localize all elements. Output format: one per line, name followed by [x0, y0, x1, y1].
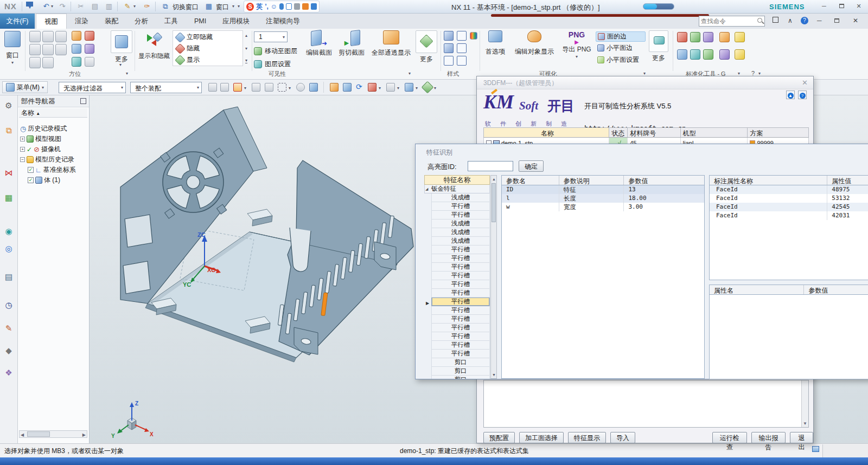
- feature-tree-item[interactable]: ▶剪口: [431, 367, 490, 376]
- feature-tree-item[interactable]: ▶平行槽: [431, 211, 490, 219]
- tab-file[interactable]: 文件(F): [0, 14, 35, 29]
- dfm-pin-button[interactable]: ▲: [786, 91, 795, 99]
- feature-tree-item[interactable]: ▶平行槽: [431, 272, 490, 280]
- parameter-row[interactable]: ID 特征 13: [502, 185, 704, 194]
- menu-button[interactable]: 菜单(M)▾: [2, 81, 48, 93]
- cut-icon[interactable]: ✂: [76, 2, 86, 11]
- zoom-box-icon[interactable]: [72, 31, 81, 41]
- name-column-header[interactable]: 名称 ▲: [19, 108, 87, 118]
- feature-tree-item[interactable]: ▶平行槽: [431, 289, 490, 298]
- show-hide-quick-icon[interactable]: [422, 81, 434, 94]
- std-check-cube-icon[interactable]: [677, 49, 687, 60]
- part-navigator-icon[interactable]: ▦: [4, 193, 14, 203]
- scroll-down-mini-icon[interactable]: ▾: [245, 46, 247, 51]
- assembly-navigator-icon[interactable]: ⧉: [4, 126, 14, 135]
- checkbox-checked-icon[interactable]: ✓: [28, 177, 34, 183]
- dfm-action-button[interactable]: 导入: [610, 432, 635, 443]
- panel-undock-icon[interactable]: [80, 98, 86, 104]
- rotate-point-icon[interactable]: [252, 83, 260, 92]
- feature-tree-item[interactable]: ▶浅成槽: [431, 219, 490, 228]
- show-translucent-button[interactable]: 全部通透显示: [369, 30, 413, 57]
- attribute-row[interactable]: FaceId 42545: [710, 203, 868, 211]
- view-orient-icon-2[interactable]: [42, 31, 54, 42]
- col-attr-value[interactable]: 属性值: [827, 176, 868, 185]
- dfm-result-panel[interactable]: ▼: [483, 380, 809, 428]
- dfm-help-button[interactable]: ?: [798, 91, 807, 99]
- std-layers-icon[interactable]: [690, 32, 700, 42]
- sheet-icon[interactable]: [85, 57, 94, 67]
- pan-view-icon[interactable]: [343, 83, 352, 92]
- document-close-icon[interactable]: ✕: [853, 17, 858, 24]
- rect-cutout-2[interactable]: [123, 261, 150, 294]
- web-browser-icon[interactable]: ◎: [4, 244, 14, 254]
- std-package-icon[interactable]: [703, 49, 713, 60]
- help-icon[interactable]: ?: [801, 17, 808, 24]
- face-edges-button[interactable]: 面的边: [596, 31, 646, 42]
- process-studio-icon[interactable]: ◷: [4, 300, 14, 310]
- col-param-name[interactable]: 参数名: [502, 176, 559, 185]
- wireframe-style-icon[interactable]: [457, 31, 467, 41]
- visibility-more-label[interactable]: 更多: [416, 55, 437, 64]
- feature-tree-item[interactable]: ▶平行槽: [431, 341, 490, 350]
- tree-item-cameras[interactable]: + ✓ ⊘ 摄像机: [20, 144, 88, 154]
- feature-tree-item[interactable]: ▶浅成槽: [431, 237, 490, 246]
- touch-mode-icon[interactable]: ✑: [142, 2, 152, 11]
- expand-gallery-icon[interactable]: ▾: [245, 58, 247, 63]
- feature-tree-item[interactable]: ▶平行槽: [431, 280, 490, 289]
- dfm-action-button[interactable]: 预配置: [483, 432, 515, 443]
- face-id-input[interactable]: [468, 161, 513, 171]
- touch-panel-icon[interactable]: ❖: [4, 368, 14, 378]
- ribbon-tab[interactable]: 分析: [126, 14, 156, 29]
- view-orient-icon-4[interactable]: [29, 44, 41, 55]
- move-to-layer-button[interactable]: 移动至图层: [254, 47, 297, 56]
- facet-style-icon[interactable]: [457, 56, 467, 66]
- col-attr-name[interactable]: 标注属性名称: [710, 176, 827, 185]
- feature-tree-item[interactable]: ▶平行槽: [431, 332, 490, 341]
- group-overflow-icon[interactable]: ▾: [409, 71, 411, 76]
- sogou-grid-icon[interactable]: [311, 3, 317, 10]
- dfm-close-icon[interactable]: ✕: [802, 79, 808, 87]
- col-param-desc[interactable]: 参数说明: [559, 176, 624, 185]
- attribute-row[interactable]: FaceId 48975: [710, 185, 868, 194]
- status-window-icon[interactable]: [812, 446, 819, 452]
- keyboard-icon[interactable]: [286, 3, 292, 10]
- tree-item-datum-csys[interactable]: ✓ ∟ 基准坐标系: [20, 165, 88, 175]
- clam-view-icon[interactable]: [386, 83, 395, 92]
- snap-ball-icon[interactable]: [220, 83, 229, 92]
- showhide-dropdown-icon[interactable]: ▾: [434, 86, 436, 91]
- roles-icon[interactable]: ✎: [4, 324, 14, 333]
- facet-settings-button[interactable]: 小平面设置: [596, 55, 646, 64]
- attribute-row[interactable]: FaceId 53132: [710, 194, 868, 203]
- selection-scope-combo[interactable]: 整个装配▾: [130, 82, 202, 93]
- dfm-action-button[interactable]: 输出报告: [751, 432, 786, 443]
- view-orient-icon-3[interactable]: [55, 31, 67, 42]
- std-blocks-icon-2[interactable]: [735, 49, 745, 60]
- restore-button[interactable]: [834, 2, 848, 11]
- ok-button[interactable]: 确定: [519, 160, 544, 172]
- hand-select-icon[interactable]: [265, 83, 273, 92]
- feature-tree-scrollbar[interactable]: ▲ ▼: [490, 175, 497, 379]
- preferences-button[interactable]: 首选项: [482, 30, 509, 56]
- std-blocks-icon-1[interactable]: [735, 32, 745, 42]
- save-icon[interactable]: ▼: [25, 2, 35, 11]
- col-status[interactable]: 状态: [609, 128, 628, 137]
- ribbon-tab[interactable]: 应用模块: [214, 14, 258, 29]
- parameter-row[interactable]: w 宽度 3.00: [502, 203, 704, 211]
- feature-tree-item[interactable]: ▶浅成槽: [431, 193, 490, 202]
- show-button[interactable]: 显示: [176, 55, 200, 64]
- window-menu-icon[interactable]: ▦: [204, 2, 214, 11]
- zoom-window-icon[interactable]: [330, 83, 339, 92]
- format-painter-icon[interactable]: ✎: [123, 2, 132, 11]
- ime-toolbar[interactable]: S 英 ’, ☺: [244, 1, 320, 12]
- col-machine[interactable]: 机型: [681, 128, 748, 137]
- collapse-icon[interactable]: −: [20, 157, 25, 162]
- group-overflow-icon[interactable]: ▾: [643, 71, 646, 76]
- command-finder[interactable]: [699, 16, 765, 27]
- tree-item-body[interactable]: ✓ 体 (1): [20, 175, 88, 185]
- minimize-ribbon-icon[interactable]: ∧: [788, 17, 793, 24]
- feature-tree-item[interactable]: ▶平行槽: [431, 306, 490, 315]
- std-clean-icon[interactable]: [690, 49, 700, 60]
- scroll-thumb[interactable]: [492, 183, 496, 222]
- ribbon-tab[interactable]: 工具: [156, 14, 186, 29]
- solid-select-icon[interactable]: [309, 83, 318, 92]
